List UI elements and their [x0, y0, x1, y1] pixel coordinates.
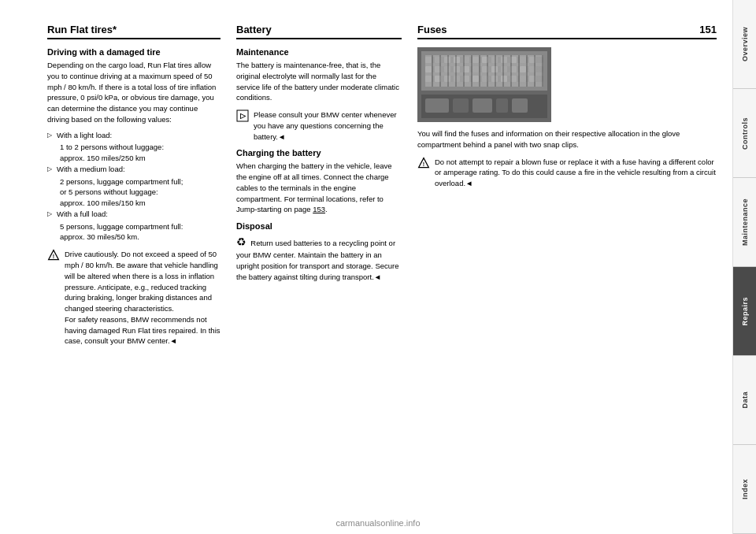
watermark: carmanualsonline.info [335, 518, 420, 528]
svg-rect-29 [510, 66, 517, 72]
sidebar-tab-data[interactable]: Data [733, 356, 756, 445]
right-sidebar: Overview Controls Maintenance Repairs Da… [732, 0, 756, 534]
warning-triangle-icon: ! [47, 249, 60, 261]
svg-rect-26 [482, 66, 488, 72]
fuse-box-image [417, 47, 551, 122]
maintenance-text: The battery is maintenance-free, that is… [236, 60, 402, 103]
svg-rect-41 [501, 76, 507, 82]
fuses-warning-icon: ! [417, 157, 430, 169]
battery-note-box: ▷ Please consult your BMW center wheneve… [236, 109, 402, 142]
svg-rect-47 [453, 98, 469, 113]
light-load-label: With a light load: [57, 131, 112, 139]
recycle-icon: ♻ [236, 235, 246, 248]
charging-text: When charging the battery in the vehicle… [236, 161, 402, 215]
sidebar-tab-controls-label: Controls [741, 117, 749, 150]
disposal-heading: Disposal [236, 221, 402, 231]
svg-rect-37 [463, 76, 469, 82]
svg-rect-40 [491, 76, 498, 82]
page-container: Run Flat tires* Driving with a damaged t… [0, 0, 756, 534]
svg-rect-19 [425, 66, 543, 72]
sidebar-tab-index-label: Index [741, 479, 749, 499]
svg-rect-38 [472, 76, 479, 82]
medium-load-label: With a medium load: [57, 165, 125, 173]
medium-load-line3: approx. 100 miles/150 km [47, 198, 220, 209]
svg-rect-27 [491, 66, 498, 72]
light-load-item: With a light load: [47, 130, 220, 141]
svg-rect-31 [529, 66, 536, 72]
driving-damaged-heading: Driving with a damaged tire [47, 47, 220, 57]
fuses-warning-text: Do not attempt to repair a blown fuse or… [435, 157, 717, 189]
svg-rect-46 [425, 98, 449, 113]
battery-section: Battery Maintenance The battery is maint… [236, 24, 402, 518]
run-flat-title: Run Flat tires* [47, 24, 220, 39]
fuse-image-inner [417, 47, 551, 122]
svg-rect-12 [472, 57, 479, 63]
run-flat-title-text: Run Flat tires* [47, 24, 117, 35]
battery-title-text: Battery [236, 24, 272, 35]
svg-rect-9 [444, 57, 450, 63]
sidebar-tab-repairs-label: Repairs [741, 297, 749, 326]
medium-load-line1: 2 persons, luggage compartment full; [47, 176, 220, 187]
svg-rect-25 [472, 66, 479, 72]
svg-rect-34 [435, 76, 441, 82]
svg-rect-14 [491, 57, 498, 63]
light-load-line2: approx. 150 miles/250 km [47, 153, 220, 164]
sidebar-tab-data-label: Data [741, 391, 749, 409]
sidebar-tab-index[interactable]: Index [733, 445, 756, 534]
svg-rect-28 [501, 66, 507, 72]
svg-rect-30 [520, 66, 526, 72]
svg-rect-15 [501, 57, 507, 63]
fuses-title-text: Fuses [417, 24, 447, 35]
disposal-text: ♻ Return used batteries to a recycling p… [236, 234, 402, 283]
svg-rect-21 [435, 66, 441, 72]
driving-damaged-text: Depending on the cargo load, Run Flat ti… [47, 60, 220, 125]
page-link-153[interactable]: 153 [313, 205, 325, 213]
svg-rect-44 [529, 76, 536, 82]
svg-rect-24 [463, 66, 469, 72]
run-flat-warning-text: Drive cautiously. Do not exceed a speed … [65, 249, 220, 347]
svg-text:!: ! [53, 253, 54, 260]
svg-text:!: ! [423, 161, 424, 168]
run-flat-warning-box: ! Drive cautiously. Do not exceed a spee… [47, 249, 220, 347]
battery-title: Battery [236, 24, 402, 39]
svg-rect-23 [454, 66, 460, 72]
full-load-item: With a full load: [47, 209, 220, 220]
svg-rect-39 [482, 76, 488, 82]
svg-rect-50 [512, 98, 528, 113]
medium-load-line2: or 5 persons without luggage: [47, 187, 220, 198]
fuse-box-svg [417, 47, 551, 122]
svg-rect-7 [425, 57, 432, 63]
full-load-line1: 5 persons, luggage compartment full: [47, 221, 220, 232]
svg-rect-6 [425, 57, 543, 63]
sidebar-tab-controls[interactable]: Controls [733, 89, 756, 178]
svg-rect-49 [496, 98, 508, 113]
svg-rect-18 [529, 57, 536, 63]
sidebar-tab-overview[interactable]: Overview [733, 0, 756, 89]
svg-rect-33 [425, 76, 432, 82]
sidebar-tab-maintenance[interactable]: Maintenance [733, 178, 756, 267]
svg-rect-20 [425, 66, 432, 72]
columns-area: Run Flat tires* Driving with a damaged t… [47, 24, 717, 518]
note-icon: ▷ [236, 109, 249, 122]
svg-rect-48 [472, 98, 492, 113]
svg-rect-5 [421, 51, 547, 91]
svg-rect-35 [444, 76, 450, 82]
svg-rect-10 [454, 57, 460, 63]
fuses-section: Fuses 151 [417, 24, 717, 518]
full-load-label: With a full load: [57, 210, 108, 218]
svg-rect-16 [510, 57, 517, 63]
medium-load-item: With a medium load: [47, 164, 220, 175]
page-number: 151 [699, 24, 717, 35]
sidebar-tab-maintenance-label: Maintenance [741, 198, 749, 246]
svg-rect-43 [520, 76, 526, 82]
battery-note-text: Please consult your BMW center whenever … [254, 109, 402, 142]
svg-rect-13 [482, 57, 488, 63]
svg-rect-11 [463, 57, 469, 63]
fuses-warning-box: ! Do not attempt to repair a blown fuse … [417, 157, 717, 189]
sidebar-tab-repairs[interactable]: Repairs [733, 267, 756, 356]
maintenance-heading: Maintenance [236, 47, 402, 57]
fuses-title: Fuses 151 [417, 24, 717, 39]
svg-rect-8 [435, 57, 441, 63]
full-load-line2: approx. 30 miles/50 km. [47, 232, 220, 243]
run-flat-section: Run Flat tires* Driving with a damaged t… [47, 24, 220, 518]
